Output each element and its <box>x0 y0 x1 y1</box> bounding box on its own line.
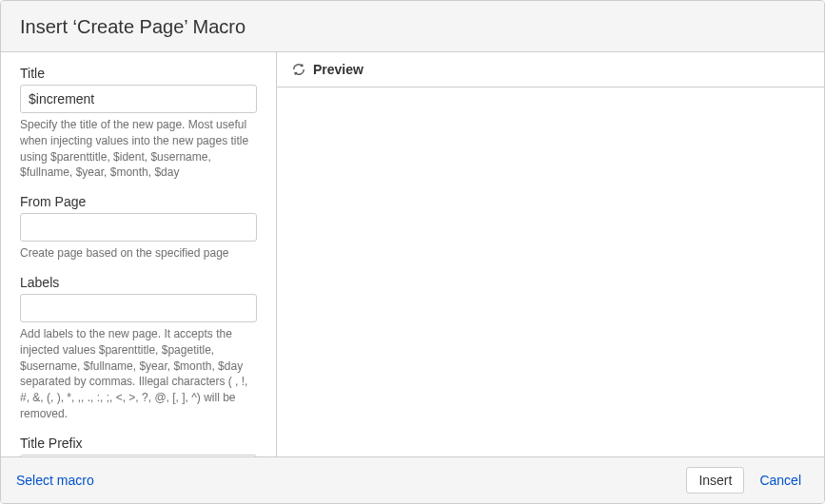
field-title: Title Specify the title of the new page.… <box>20 66 257 181</box>
title-input[interactable] <box>20 85 257 113</box>
preview-header: Preview <box>277 52 824 87</box>
dialog-footer: Select macro Insert Cancel <box>1 456 824 503</box>
title-help: Specify the title of the new page. Most … <box>20 117 257 181</box>
from-page-input[interactable] <box>20 213 257 242</box>
preview-content <box>277 87 824 456</box>
dialog-header: Insert ‘Create Page’ Macro <box>1 1 824 52</box>
from-page-label: From Page <box>20 194 257 209</box>
insert-button[interactable]: Insert <box>686 467 744 494</box>
field-title-prefix: Title Prefix <box>20 436 257 456</box>
title-prefix-label: Title Prefix <box>20 436 257 451</box>
labels-help: Add labels to the new page. It accepts t… <box>20 326 257 422</box>
cancel-button[interactable]: Cancel <box>752 468 809 493</box>
dialog-title: Insert ‘Create Page’ Macro <box>20 16 805 38</box>
field-from-page: From Page Create page based on the speci… <box>20 194 257 262</box>
preview-pane: Preview <box>277 52 824 456</box>
select-macro-link[interactable]: Select macro <box>16 473 94 488</box>
labels-label: Labels <box>20 275 257 290</box>
dialog-body: Title Specify the title of the new page.… <box>1 52 824 456</box>
from-page-help: Create page based on the specified page <box>20 245 257 262</box>
macro-dialog: Insert ‘Create Page’ Macro Title Specify… <box>0 0 825 504</box>
preview-label: Preview <box>313 62 363 77</box>
form-pane: Title Specify the title of the new page.… <box>1 52 277 456</box>
field-labels: Labels Add labels to the new page. It ac… <box>20 275 257 422</box>
refresh-icon[interactable] <box>292 63 305 76</box>
title-label: Title <box>20 66 257 81</box>
labels-input[interactable] <box>20 294 257 322</box>
